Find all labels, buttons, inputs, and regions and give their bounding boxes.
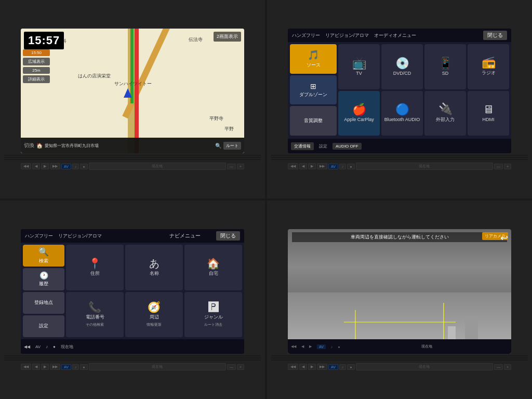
ctrl3-prev[interactable]: ◀◀: [21, 364, 31, 370]
navi-close-btn[interactable]: 閉じる: [216, 231, 240, 241]
rear-vision-label: リアビジョン/アロマ: [325, 32, 369, 39]
map-label-building: サンハイツイトー: [114, 81, 152, 87]
ctrl3-minus[interactable]: —: [227, 364, 236, 370]
navi-left-panel: 🔍 検索 🕐 履歴 登録地点 設定: [23, 245, 64, 337]
ctrl2-av[interactable]: AV: [328, 164, 338, 169]
detail-btn[interactable]: 詳細表示: [23, 75, 50, 83]
time-btn[interactable]: 15:50: [23, 49, 50, 56]
cam-ctrl-av[interactable]: AV: [317, 344, 326, 349]
cam-ctrl-current[interactable]: 現在地: [345, 344, 508, 349]
source-sidebar: 🎵 ソース ⊞ ダブルゾーン 音質調整: [290, 44, 337, 136]
ctrl-av[interactable]: AV: [61, 164, 71, 169]
navi-ctrl-music[interactable]: ♪: [46, 344, 48, 349]
audio-quality-btn[interactable]: 音質調整: [290, 106, 337, 136]
address-search-btn[interactable]: 📍 住所: [66, 245, 124, 290]
ctrl4-circle[interactable]: ●: [347, 364, 354, 370]
ctrl4-plus[interactable]: +: [504, 364, 511, 370]
bluetooth-btn[interactable]: 🔵 Bluetooth AUDIO: [381, 91, 423, 136]
ctrl3-plus[interactable]: +: [237, 364, 244, 370]
ctrl3-next2[interactable]: ▶▶: [50, 364, 60, 370]
nav-arrow: [124, 88, 132, 98]
radio-btn[interactable]: 📻 ラジオ: [468, 44, 509, 89]
history-label: 履歴: [39, 281, 48, 287]
double-zone-btn[interactable]: ⊞ ダブルゾーン: [290, 75, 337, 105]
dashboard-surround-3: ハンズフリー リアビジョン/アロマ ナビメニュー 閉じる 🔍 検索 🕐: [0, 201, 265, 399]
ctrl4-next[interactable]: ▶: [308, 364, 316, 370]
navi-ctrl-current[interactable]: 現在地: [61, 344, 73, 350]
cam-ctrl-music[interactable]: ♪: [331, 345, 333, 349]
ctrl2-plus[interactable]: +: [504, 164, 511, 169]
ctrl-plus[interactable]: +: [237, 164, 244, 169]
dvd-btn[interactable]: 💿 DVD/CD: [381, 44, 423, 89]
audio-off-btn[interactable]: AUDIO OFF: [332, 143, 362, 150]
ctrl2-minus[interactable]: —: [494, 164, 503, 169]
carplay-btn[interactable]: 🍎 Apple CarPlay: [338, 91, 380, 136]
ctrl4-next2[interactable]: ▶▶: [317, 364, 327, 370]
ctrl-current[interactable]: 現在地: [89, 163, 226, 170]
dual-screen-button[interactable]: 2画面表示: [214, 32, 241, 42]
sd-icon: 📱: [438, 58, 453, 69]
genre-search-btn[interactable]: 🅿 ジャンル ルート消去: [184, 292, 242, 338]
ctrl3-av[interactable]: AV: [61, 364, 71, 370]
ctrl4-prev[interactable]: ◀◀: [288, 364, 298, 370]
saved-btn[interactable]: 登録地点: [23, 292, 64, 314]
hdmi-label: HDMI: [483, 117, 495, 122]
phone-search-btn[interactable]: 📞 電話番号 その他検索: [66, 292, 124, 338]
settings-btn[interactable]: 設定: [319, 143, 327, 149]
cam-ctrl-circle[interactable]: ●: [338, 345, 340, 349]
ctrl2-circle[interactable]: ●: [347, 164, 354, 169]
tv-btn[interactable]: 📺 TV: [338, 44, 380, 89]
ctrl2-next2[interactable]: ▶▶: [317, 163, 327, 169]
back-button[interactable]: ↩: [500, 232, 508, 244]
wide-view-btn[interactable]: 広域表示: [23, 58, 50, 65]
ctrl2-current[interactable]: 現在地: [356, 163, 493, 170]
ctrl2-next[interactable]: ▶: [308, 163, 316, 169]
scale-btn[interactable]: 25m: [23, 67, 50, 74]
ext-btn[interactable]: 🔌 外部入力: [424, 91, 466, 136]
ctrl-next[interactable]: ▶: [41, 163, 49, 169]
settings-btn[interactable]: 設定: [23, 315, 64, 337]
history-btn[interactable]: 🕐 履歴: [23, 268, 64, 290]
ctrl2-prev[interactable]: ◀◀: [288, 163, 298, 169]
ctrl-circle[interactable]: ●: [80, 164, 87, 169]
switch-icon[interactable]: 切換: [24, 142, 34, 149]
ctrl-prev2[interactable]: ◀: [32, 163, 40, 169]
ctrl3-current[interactable]: 現在地: [89, 363, 226, 370]
ctrl3-circle[interactable]: ●: [80, 364, 87, 370]
cam-ctrl-next[interactable]: ▶: [309, 344, 312, 349]
ctrl4-music[interactable]: ♪: [339, 364, 347, 370]
ctrl3-music[interactable]: ♪: [72, 364, 79, 370]
source-btn[interactable]: 🎵 ソース: [290, 44, 337, 74]
hdmi-btn[interactable]: 🖥 HDMI: [468, 91, 509, 136]
ctrl2-music[interactable]: ♪: [339, 164, 347, 169]
ctrl-next2[interactable]: ▶▶: [50, 163, 60, 169]
home-search-btn[interactable]: 🏠 自宅: [184, 245, 242, 290]
ctrl4-current[interactable]: 現在地: [356, 363, 493, 370]
ctrl-prev[interactable]: ◀◀: [21, 163, 31, 169]
nearby-search-btn[interactable]: 🧭 周辺 情報/更新: [125, 292, 183, 338]
bluetooth-icon: 🔵: [395, 104, 409, 115]
ctrl3-next[interactable]: ▶: [41, 364, 49, 370]
navi-ctrl-av[interactable]: AV: [35, 344, 41, 349]
road-highlight: [135, 29, 139, 153]
name-search-btn[interactable]: あ 名称: [125, 245, 183, 290]
navi-ctrl-prev[interactable]: ◀◀: [24, 344, 30, 349]
ctrl-music[interactable]: ♪: [72, 164, 79, 169]
ctrl4-minus[interactable]: —: [494, 364, 503, 370]
source-close-btn[interactable]: 閉じる: [483, 31, 507, 40]
ctrl4-av[interactable]: AV: [328, 364, 338, 370]
navi-ctrl-circle[interactable]: ●: [53, 344, 56, 349]
navi-menu-screen: ハンズフリー リアビジョン/アロマ ナビメニュー 閉じる 🔍 検索 🕐: [21, 229, 244, 354]
traffic-info-btn[interactable]: 交通情報: [291, 142, 314, 150]
ctrl-minus[interactable]: —: [227, 164, 236, 169]
camera-bottom-bar: ◀◀ ◀ ▶ AV ♪ ● 現在地: [288, 339, 511, 354]
search-btn[interactable]: 🔍 検索: [23, 245, 64, 267]
ctrl3-prev2[interactable]: ◀: [32, 364, 40, 370]
cam-ctrl-prev[interactable]: ◀◀: [291, 344, 296, 349]
sd-btn[interactable]: 📱 SD: [424, 44, 466, 89]
cam-ctrl-prev2[interactable]: ◀: [301, 344, 304, 349]
navi-menu-title: ナビメニュー: [169, 232, 201, 240]
route-btn[interactable]: ルート: [223, 142, 241, 150]
ctrl2-prev2[interactable]: ◀: [299, 163, 307, 169]
ctrl4-prev2[interactable]: ◀: [299, 364, 307, 370]
